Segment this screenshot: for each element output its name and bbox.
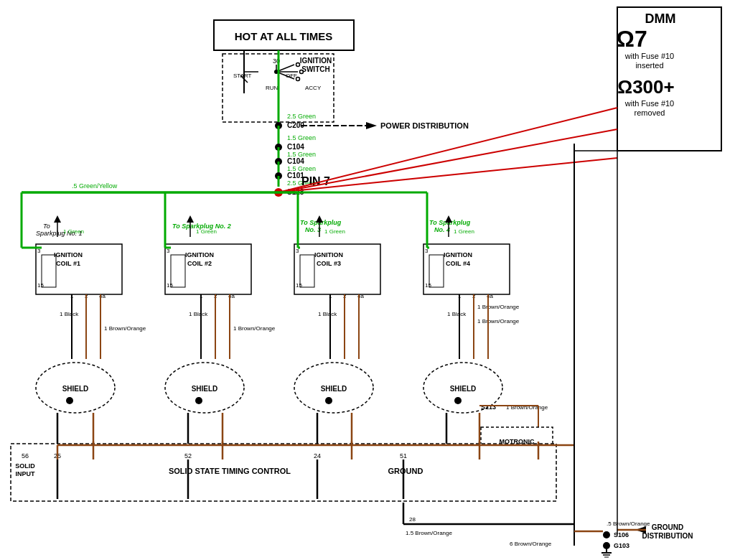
- pin28: 28: [409, 516, 416, 523]
- coil3-black-wire: 1 Black: [318, 311, 337, 317]
- coil3-pin15: 15: [296, 282, 302, 289]
- s113-label: S113: [481, 403, 496, 411]
- sparkplug3-label2: No. 3: [305, 226, 321, 233]
- ignition-switch-label2: SWITCH: [301, 65, 329, 73]
- coil4-label: IGNITION: [444, 251, 472, 258]
- wire-15green-1: 1.5 Green: [287, 134, 316, 141]
- ground-dist-label: GROUND: [652, 523, 683, 531]
- coil1-label2: COIL #1: [56, 260, 80, 267]
- g103-label: G103: [614, 542, 629, 549]
- coil1-pin15: 15: [37, 282, 44, 289]
- coil1-label: IGNITION: [54, 251, 83, 258]
- wiring-diagram: DMM Ω7 with Fuse #10 inserted Ω300+ with…: [0, 0, 735, 560]
- coil1-brown-wire: 1 Brown/Orange: [104, 325, 146, 332]
- dmm-reading2-desc2: removed: [635, 108, 665, 117]
- accy-label: ACCY: [305, 85, 322, 91]
- wire-15brownorg: 1.5 Brown/Orange: [406, 530, 452, 536]
- solid-state-label: SOLID STATE TIMING CONTROL: [169, 467, 291, 475]
- svg-point-80: [454, 397, 462, 404]
- coil2-label2: COIL #2: [187, 260, 212, 267]
- ground-label: GROUND: [388, 467, 423, 475]
- power-dist-label: POWER DISTRIBUTION: [380, 121, 469, 130]
- coil4-pin15: 15: [425, 282, 431, 289]
- ground-dist-label2: DISTRIBUTION: [642, 532, 693, 540]
- run-label: RUN: [266, 85, 278, 91]
- dmm-label: DMM: [645, 11, 676, 26]
- sparkplug1-label: To: [43, 223, 50, 230]
- coil2-label: IGNITION: [185, 251, 214, 258]
- svg-point-67: [325, 397, 332, 404]
- coil4-label2: COIL #4: [446, 260, 470, 267]
- pin51: 51: [400, 452, 407, 459]
- wire-25green-1: 2.5 Green: [287, 113, 316, 120]
- coil3-label2: COIL #3: [317, 260, 341, 267]
- svg-point-105: [603, 531, 610, 538]
- wire-05green-yellow: .5 Green/Yellow: [72, 182, 118, 190]
- wire-05brownorg: .5 Brown/Orange: [607, 521, 650, 527]
- off-label: OFF: [286, 73, 297, 79]
- coil3-label: IGNITION: [314, 251, 343, 258]
- pin52: 52: [184, 452, 192, 459]
- s106-label: S106: [614, 531, 629, 538]
- coil3-1green: 1 Green: [324, 228, 345, 235]
- shield2-label: SHIELD: [192, 385, 218, 393]
- coil4-black-wire: 1 Black: [447, 311, 467, 317]
- wire-6brownorg: 6 Brown/Orange: [510, 541, 552, 547]
- dmm-reading2-desc1: with Fuse #10: [624, 99, 674, 108]
- shield4-label: SHIELD: [450, 385, 477, 393]
- shield3-label: SHIELD: [321, 385, 347, 393]
- coil2-pin15: 15: [167, 282, 173, 289]
- coil1-black-wire: 1 Black: [60, 311, 79, 317]
- coil4-brown1: 1 Brown/Orange: [477, 304, 520, 310]
- coil2-brown-wire: 1 Brown/Orange: [233, 325, 276, 332]
- pin56: 56: [22, 452, 29, 459]
- solid-input-label: SOLID: [15, 462, 35, 470]
- coil4-1green: 1 Green: [454, 228, 474, 235]
- dmm-reading1-desc2: inserted: [635, 61, 663, 70]
- coil2-black-wire: 1 Black: [189, 311, 208, 317]
- coil4-brown2: 1 Brown/Orange: [477, 318, 520, 325]
- c104-2-label: C104: [287, 157, 304, 165]
- ignition-switch-label: IGNITION: [300, 57, 332, 65]
- c104-1-label: C104: [287, 143, 304, 151]
- solid-input-label2: INPUT: [16, 470, 36, 477]
- pin24: 24: [314, 452, 321, 459]
- hot-at-all-times: HOT AT ALL TIMES: [235, 30, 333, 42]
- dmm-reading1: Ω7: [616, 26, 647, 52]
- sparkplug4-label2: No. 4: [434, 226, 450, 233]
- coil1-1green: 1 Green: [63, 228, 84, 235]
- coil2-1green: 1 Green: [196, 228, 217, 235]
- dmm-reading2: Ω300+: [617, 76, 674, 98]
- svg-point-41: [66, 397, 73, 404]
- svg-point-54: [195, 397, 202, 404]
- dmm-reading1-desc1: with Fuse #10: [624, 52, 674, 60]
- shield1-label: SHIELD: [62, 385, 89, 393]
